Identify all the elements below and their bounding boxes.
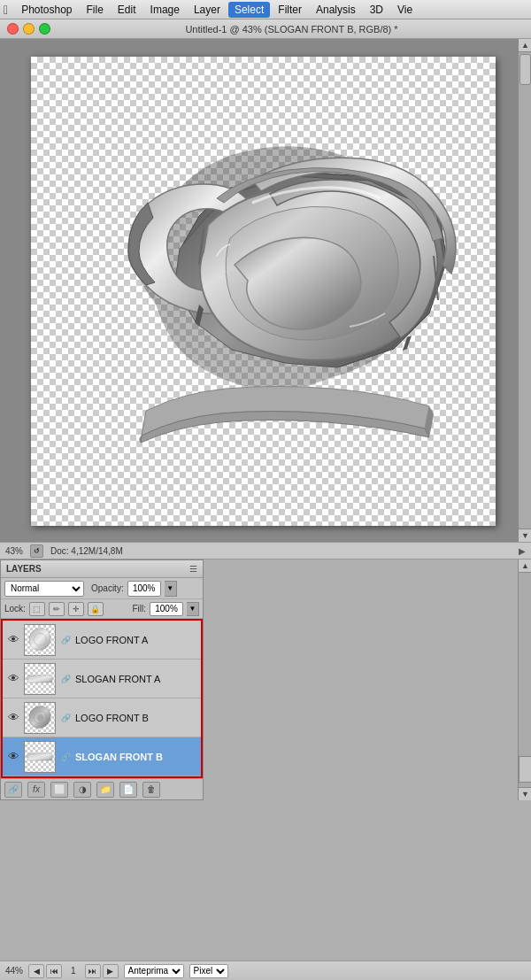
lock-transparent-icon[interactable]: ⬚ bbox=[29, 602, 45, 616]
main-scroll-up-icon[interactable]: ▲ bbox=[519, 559, 531, 573]
layer-group-icon[interactable]: 📁 bbox=[96, 782, 114, 798]
page-forward-icon[interactable]: ▶ bbox=[103, 964, 119, 978]
layer-link-icon-3: 🔗 bbox=[59, 702, 72, 734]
bottom-area: LAYERS ☰ Normal Multiply Screen Overlay … bbox=[0, 559, 531, 800]
layer-visibility-1[interactable]: 👁 bbox=[6, 633, 20, 647]
canvas-inner bbox=[31, 57, 496, 526]
blend-mode-select[interactable]: Normal Multiply Screen Overlay bbox=[4, 581, 84, 597]
fill-label: Fill: bbox=[132, 604, 146, 613]
lock-row: Lock: ⬚ ✏ ✛ 🔒 Fill: ▼ bbox=[1, 599, 203, 619]
footer-page: 1 bbox=[67, 966, 80, 976]
page-end-icon[interactable]: ⏭ bbox=[85, 964, 101, 978]
footer-nav-forward: ⏭ ▶ bbox=[85, 964, 119, 978]
lock-label: Lock: bbox=[4, 604, 26, 613]
opacity-arrow-icon[interactable]: ▼ bbox=[165, 581, 177, 597]
layers-title-bar: LAYERS ☰ bbox=[1, 560, 203, 578]
footer-bar: 44% ◀ ⏮ 1 ⏭ ▶ Anteprima Pixel bbox=[0, 961, 531, 980]
layer-name-1: LOGO FRONT A bbox=[75, 635, 197, 645]
status-bar: 43% ↺ Doc: 4,12M/14,8M ▶ bbox=[0, 542, 531, 559]
menu-filter[interactable]: Filter bbox=[272, 2, 308, 18]
close-button[interactable] bbox=[7, 23, 19, 35]
svg-rect-5 bbox=[30, 755, 50, 759]
adjustment-layer-icon[interactable]: ◑ bbox=[73, 782, 91, 798]
layer-thumb-2 bbox=[24, 663, 56, 695]
layer-thumb-4 bbox=[24, 741, 56, 773]
view-mode-select[interactable]: Anteprima bbox=[124, 964, 184, 978]
svg-rect-3 bbox=[30, 677, 50, 681]
menu-file[interactable]: File bbox=[81, 2, 110, 18]
layer-link-icon-1: 🔗 bbox=[59, 624, 72, 656]
canvas-scrollbar-v[interactable]: ▲ ▼ bbox=[518, 39, 531, 542]
opacity-label: Opacity: bbox=[91, 583, 124, 593]
layer-visibility-4[interactable]: 👁 bbox=[6, 750, 20, 764]
layers-bottom-toolbar: 🔗 fx ⬜ ◑ 📁 📄 🗑 bbox=[1, 778, 203, 799]
apple-logo-icon:  bbox=[4, 3, 8, 17]
new-layer-icon[interactable]: 📄 bbox=[119, 782, 137, 798]
title-bar: Untitled-1 @ 43% (SLOGAN FRONT B, RGB/8)… bbox=[0, 19, 531, 39]
scroll-up-icon[interactable]: ▲ bbox=[519, 39, 531, 52]
workspace-spacer bbox=[0, 800, 531, 880]
window-controls bbox=[7, 23, 50, 35]
layer-thumb-1 bbox=[24, 624, 56, 656]
history-icon[interactable]: ↺ bbox=[30, 544, 43, 558]
lock-paint-icon[interactable]: ✏ bbox=[49, 602, 65, 616]
right-side-panel: ▲ ▼ bbox=[204, 559, 531, 800]
layer-visibility-3[interactable]: 👁 bbox=[6, 711, 20, 725]
fill-input[interactable] bbox=[150, 602, 183, 616]
footer-zoom: 44% bbox=[5, 966, 23, 976]
fill-arrow-icon[interactable]: ▼ bbox=[187, 602, 199, 616]
page-back-icon[interactable]: ◀ bbox=[28, 964, 44, 978]
layer-link-icon-2: 🔗 bbox=[59, 663, 72, 695]
delete-layer-icon[interactable]: 🗑 bbox=[142, 782, 160, 798]
canvas-area: ▲ ▼ bbox=[0, 39, 531, 542]
scroll-down-icon[interactable]: ▼ bbox=[519, 529, 531, 542]
layer-link-icon-4: 🔗 bbox=[59, 741, 72, 773]
maximize-button[interactable] bbox=[39, 23, 50, 35]
layer-name-4: SLOGAN FRONT B bbox=[75, 752, 197, 762]
layer-item-slogan-front-b[interactable]: 👁 bbox=[3, 737, 201, 776]
layer-effects-icon[interactable]: fx bbox=[27, 782, 45, 798]
document-size: Doc: 4,12M/14,8M bbox=[50, 546, 512, 556]
lock-move-icon[interactable]: ✛ bbox=[68, 602, 84, 616]
menu-edit[interactable]: Edit bbox=[112, 2, 142, 18]
menu-analysis[interactable]: Analysis bbox=[310, 2, 362, 18]
layer-visibility-2[interactable]: 👁 bbox=[6, 672, 20, 686]
main-scroll-down-icon[interactable]: ▼ bbox=[519, 787, 531, 800]
layers-panel-title: LAYERS bbox=[6, 564, 189, 574]
main-scrollbar-v[interactable]: ▲ ▼ bbox=[518, 559, 531, 800]
blend-mode-row: Normal Multiply Screen Overlay Opacity: … bbox=[1, 578, 203, 599]
menu-3d[interactable]: 3D bbox=[364, 2, 389, 18]
menu-image[interactable]: Image bbox=[144, 2, 186, 18]
layers-list: 👁 bbox=[1, 619, 203, 778]
layer-name-2: SLOGAN FRONT A bbox=[75, 674, 197, 684]
menu-layer[interactable]: Layer bbox=[188, 2, 227, 18]
menu-items: Photoshop File Edit Image Layer Select F… bbox=[15, 2, 419, 18]
window-title: Untitled-1 @ 43% (SLOGAN FRONT B, RGB/8)… bbox=[59, 24, 524, 35]
layer-item-logo-front-a[interactable]: 👁 bbox=[3, 621, 201, 660]
menu-select[interactable]: Select bbox=[228, 2, 270, 18]
layer-item-logo-front-b[interactable]: 👁 bbox=[3, 698, 201, 737]
menu-photoshop[interactable]: Photoshop bbox=[15, 2, 78, 18]
layer-mask-icon[interactable]: ⬜ bbox=[50, 782, 68, 798]
main-scroll-thumb[interactable] bbox=[519, 756, 531, 783]
layer-item-slogan-front-a[interactable]: 👁 bbox=[3, 660, 201, 698]
pixel-select[interactable]: Pixel bbox=[189, 964, 228, 978]
footer-nav: ◀ ⏮ bbox=[28, 964, 62, 978]
lock-all-icon[interactable]: 🔒 bbox=[88, 602, 104, 616]
menu-view[interactable]: Vie bbox=[391, 2, 419, 18]
artwork bbox=[58, 92, 465, 473]
zoom-level: 43% bbox=[5, 546, 23, 556]
opacity-input[interactable] bbox=[127, 581, 161, 597]
layer-thumb-3 bbox=[24, 702, 56, 734]
page-home-icon[interactable]: ⏮ bbox=[46, 964, 62, 978]
canvas-content bbox=[31, 57, 496, 526]
expand-icon[interactable]: ▶ bbox=[519, 546, 526, 556]
minimize-button[interactable] bbox=[23, 23, 35, 35]
scroll-thumb[interactable] bbox=[519, 54, 531, 85]
layer-name-3: LOGO FRONT B bbox=[75, 713, 197, 723]
layers-menu-icon[interactable]: ☰ bbox=[189, 564, 197, 574]
link-layers-icon[interactable]: 🔗 bbox=[4, 782, 22, 798]
menu-bar:  Photoshop File Edit Image Layer Select… bbox=[0, 0, 531, 19]
layers-panel: LAYERS ☰ Normal Multiply Screen Overlay … bbox=[0, 559, 204, 800]
